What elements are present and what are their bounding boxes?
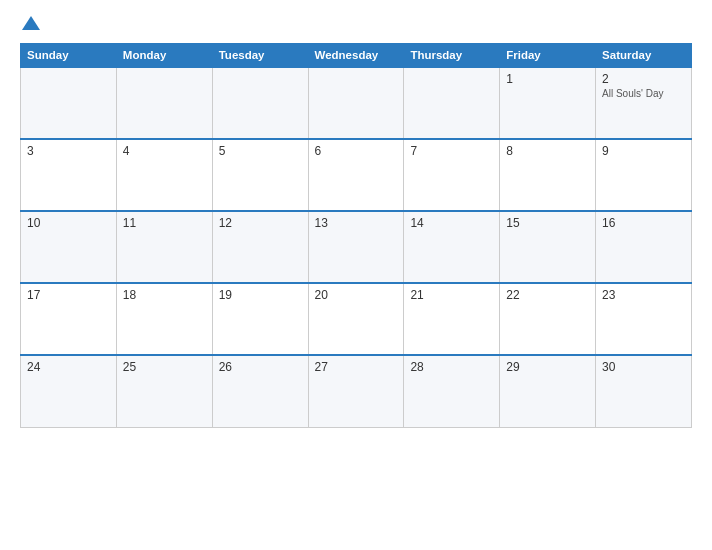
day-number: 22 <box>506 288 589 302</box>
day-number: 27 <box>315 360 398 374</box>
day-number: 23 <box>602 288 685 302</box>
calendar-cell: 2All Souls' Day <box>596 67 692 139</box>
calendar-cell: 26 <box>212 355 308 427</box>
weekday-header-wednesday: Wednesday <box>308 44 404 68</box>
svg-marker-0 <box>22 16 40 30</box>
weekday-header-monday: Monday <box>116 44 212 68</box>
logo <box>20 18 40 33</box>
calendar-cell: 22 <box>500 283 596 355</box>
calendar-cell: 23 <box>596 283 692 355</box>
week-row-4: 17181920212223 <box>21 283 692 355</box>
weekday-row: SundayMondayTuesdayWednesdayThursdayFrid… <box>21 44 692 68</box>
calendar-cell: 17 <box>21 283 117 355</box>
day-number: 13 <box>315 216 398 230</box>
day-number: 18 <box>123 288 206 302</box>
day-event: All Souls' Day <box>602 88 685 99</box>
week-row-5: 24252627282930 <box>21 355 692 427</box>
weekday-header-thursday: Thursday <box>404 44 500 68</box>
day-number: 16 <box>602 216 685 230</box>
calendar-cell: 18 <box>116 283 212 355</box>
calendar-cell: 7 <box>404 139 500 211</box>
calendar-cell <box>212 67 308 139</box>
header <box>20 18 692 33</box>
calendar-header: SundayMondayTuesdayWednesdayThursdayFrid… <box>21 44 692 68</box>
week-row-1: 12All Souls' Day <box>21 67 692 139</box>
day-number: 10 <box>27 216 110 230</box>
calendar-cell: 21 <box>404 283 500 355</box>
day-number: 14 <box>410 216 493 230</box>
calendar-cell: 16 <box>596 211 692 283</box>
calendar-cell <box>21 67 117 139</box>
calendar-cell: 4 <box>116 139 212 211</box>
logo-triangle-icon <box>22 16 40 33</box>
day-number: 2 <box>602 72 685 86</box>
weekday-header-sunday: Sunday <box>21 44 117 68</box>
day-number: 9 <box>602 144 685 158</box>
day-number: 11 <box>123 216 206 230</box>
calendar-cell <box>116 67 212 139</box>
day-number: 30 <box>602 360 685 374</box>
day-number: 29 <box>506 360 589 374</box>
weekday-header-friday: Friday <box>500 44 596 68</box>
calendar-cell: 20 <box>308 283 404 355</box>
calendar-cell: 28 <box>404 355 500 427</box>
day-number: 19 <box>219 288 302 302</box>
day-number: 5 <box>219 144 302 158</box>
calendar-cell: 6 <box>308 139 404 211</box>
day-number: 25 <box>123 360 206 374</box>
calendar-cell: 1 <box>500 67 596 139</box>
day-number: 28 <box>410 360 493 374</box>
calendar-cell <box>308 67 404 139</box>
day-number: 1 <box>506 72 589 86</box>
calendar-cell <box>404 67 500 139</box>
weekday-header-tuesday: Tuesday <box>212 44 308 68</box>
calendar-table: SundayMondayTuesdayWednesdayThursdayFrid… <box>20 43 692 428</box>
calendar-cell: 27 <box>308 355 404 427</box>
weekday-header-saturday: Saturday <box>596 44 692 68</box>
calendar-cell: 12 <box>212 211 308 283</box>
day-number: 24 <box>27 360 110 374</box>
calendar-cell: 15 <box>500 211 596 283</box>
week-row-3: 10111213141516 <box>21 211 692 283</box>
calendar-cell: 8 <box>500 139 596 211</box>
day-number: 20 <box>315 288 398 302</box>
calendar-page: SundayMondayTuesdayWednesdayThursdayFrid… <box>0 0 712 550</box>
day-number: 4 <box>123 144 206 158</box>
day-number: 3 <box>27 144 110 158</box>
day-number: 15 <box>506 216 589 230</box>
calendar-body: 12All Souls' Day345678910111213141516171… <box>21 67 692 427</box>
calendar-cell: 24 <box>21 355 117 427</box>
calendar-cell: 9 <box>596 139 692 211</box>
day-number: 21 <box>410 288 493 302</box>
day-number: 7 <box>410 144 493 158</box>
day-number: 6 <box>315 144 398 158</box>
calendar-cell: 3 <box>21 139 117 211</box>
day-number: 17 <box>27 288 110 302</box>
calendar-cell: 13 <box>308 211 404 283</box>
calendar-cell: 29 <box>500 355 596 427</box>
calendar-cell: 25 <box>116 355 212 427</box>
calendar-cell: 19 <box>212 283 308 355</box>
day-number: 8 <box>506 144 589 158</box>
calendar-cell: 14 <box>404 211 500 283</box>
calendar-cell: 5 <box>212 139 308 211</box>
calendar-cell: 11 <box>116 211 212 283</box>
day-number: 12 <box>219 216 302 230</box>
day-number: 26 <box>219 360 302 374</box>
week-row-2: 3456789 <box>21 139 692 211</box>
calendar-cell: 10 <box>21 211 117 283</box>
calendar-cell: 30 <box>596 355 692 427</box>
